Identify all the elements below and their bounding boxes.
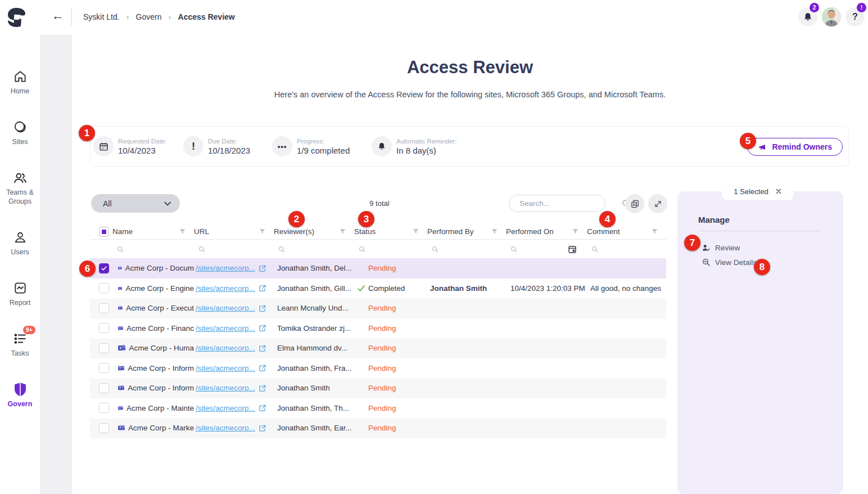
column-header-performed-on[interactable]: Performed On (506, 224, 587, 239)
view-details-action[interactable]: View Details (702, 258, 757, 267)
ms-teams-icon: T (118, 343, 125, 353)
column-header-comment[interactable]: Comment (587, 224, 666, 239)
review-action[interactable]: Review (702, 244, 740, 252)
govern-shield-icon (12, 381, 28, 397)
search-input[interactable] (509, 199, 621, 208)
ms-teams-icon: T (118, 324, 123, 333)
annotation-marker-3: 3 (358, 211, 374, 227)
site-url-link[interactable]: /sites/acmecorp... (196, 344, 255, 352)
name-column-search[interactable] (112, 240, 194, 258)
row-checkbox[interactable] (99, 363, 109, 373)
table-row[interactable]: T Acme Corp - Docum /sites/acmecorp... J… (90, 258, 666, 279)
total-count-label: 9 total (354, 199, 405, 208)
row-checkbox[interactable] (99, 343, 109, 353)
external-link-icon[interactable] (259, 404, 266, 412)
table-row[interactable]: T Acme Corp - Huma /sites/acmecorp... El… (90, 338, 666, 358)
top-bar: ← Syskit Ltd. › Govern › Access Review 2… (0, 0, 868, 35)
table-row[interactable]: T Acme Corp - Marke /sites/acmecorp... J… (90, 418, 666, 438)
sidebar-item-report[interactable]: Report (0, 280, 40, 308)
topbar-divider (71, 8, 72, 26)
column-header-name[interactable]: Name (112, 224, 194, 239)
site-url-link[interactable]: /sites/acmecorp... (196, 284, 255, 293)
performed-on-column-search[interactable] (506, 240, 587, 258)
column-header-reviewers[interactable]: Reviewer(s) (274, 224, 354, 239)
sidebar-item-teams-groups[interactable]: Teams & Groups (0, 170, 40, 206)
external-link-icon[interactable] (259, 264, 266, 272)
table-row[interactable]: T Acme Corp - Mainte /sites/acmecorp... … (90, 398, 666, 419)
reviewers-column-search[interactable] (274, 240, 354, 258)
search-icon (278, 245, 286, 253)
performed-by: Jonathan Smith (430, 284, 487, 293)
row-checkbox[interactable] (99, 283, 109, 293)
ms-teams-icon: T (118, 423, 125, 433)
select-all-checkbox[interactable] (99, 227, 109, 237)
annotation-marker-1: 1 (79, 125, 95, 141)
performed-on: 10/4/2023 1:20:03 PM (510, 284, 585, 293)
site-url-link[interactable]: /sites/acmecorp... (196, 324, 255, 333)
chevron-right-icon: › (126, 12, 129, 21)
site-url-link[interactable]: /sites/acmecorp... (196, 384, 255, 392)
remind-owners-button[interactable]: Remind Owners (747, 138, 843, 156)
external-link-icon[interactable] (259, 364, 266, 372)
external-link-icon[interactable] (259, 424, 266, 432)
table-search[interactable] (509, 195, 605, 212)
external-link-icon[interactable] (259, 344, 266, 352)
external-link-icon[interactable] (259, 304, 266, 312)
breadcrumb: Syskit Ltd. › Govern › Access Review (83, 12, 235, 21)
date-picker-icon[interactable] (568, 245, 577, 254)
status-column-search[interactable] (354, 240, 427, 258)
row-checkbox[interactable] (99, 323, 109, 333)
report-icon (12, 280, 28, 296)
site-url-link[interactable]: /sites/acmecorp... (196, 364, 255, 372)
sidebar-item-govern[interactable]: Govern (0, 381, 40, 409)
reviewers: Jonathan Smith (277, 384, 330, 392)
back-button[interactable]: ← (52, 10, 64, 22)
sidebar-item-sites[interactable]: Sites (0, 119, 40, 147)
sidebar-item-users[interactable]: Users (0, 230, 40, 257)
table-row[interactable]: T Acme Corp - Engine /sites/acmecorp... … (90, 279, 666, 299)
syskit-logo-icon[interactable] (7, 7, 26, 30)
clear-selection-button[interactable] (775, 188, 782, 195)
site-url-link[interactable]: /sites/acmecorp... (196, 424, 255, 432)
home-icon (12, 69, 28, 84)
comment: All good, no changes (590, 284, 661, 293)
breadcrumb-current: Access Review (178, 12, 235, 21)
column-header-performed-by[interactable]: Performed By (427, 224, 506, 239)
external-link-icon[interactable] (259, 324, 266, 332)
comment-column-search[interactable] (587, 240, 666, 258)
question-mark-icon: ? (852, 12, 858, 22)
search-icon (116, 245, 124, 253)
site-url-link[interactable]: /sites/acmecorp... (196, 404, 255, 412)
row-checkbox[interactable] (99, 403, 109, 413)
status-badge: Pending (368, 344, 396, 352)
sidebar-item-home[interactable]: Home (0, 69, 40, 96)
table-row[interactable]: T Acme Corp - Inform /sites/acmecorp... … (90, 378, 666, 398)
site-url-link[interactable]: /sites/acmecorp... (196, 304, 255, 312)
performed-by-column-search[interactable] (427, 240, 506, 258)
sidebar-item-tasks[interactable]: 9+ Tasks (0, 331, 40, 358)
row-checkbox[interactable] (99, 383, 109, 393)
url-column-search[interactable] (194, 240, 274, 258)
breadcrumb-section[interactable]: Govern (136, 12, 162, 21)
user-avatar[interactable] (822, 7, 841, 26)
reviewers: Leann Mcnally Und... (277, 304, 349, 312)
reviewers: Jonathan Smith, Fra... (277, 364, 352, 372)
reviewers: Tomika Ostrander zj... (277, 324, 351, 333)
filter-icon (259, 228, 266, 235)
expand-table-button[interactable] (648, 194, 667, 213)
column-chooser-button[interactable] (625, 194, 644, 213)
column-header-url[interactable]: URL (194, 224, 274, 239)
row-checkbox[interactable] (99, 423, 109, 433)
breadcrumb-org[interactable]: Syskit Ltd. (83, 12, 120, 21)
table-row[interactable]: T Acme Corp - Financ /sites/acmecorp... … (90, 318, 666, 339)
site-url-link[interactable]: /sites/acmecorp... (196, 264, 255, 272)
table-row[interactable]: T Acme Corp - Execut /sites/acmecorp... … (90, 298, 666, 318)
external-link-icon[interactable] (259, 384, 266, 392)
table-row[interactable]: T Acme Corp - Inform /sites/acmecorp... … (90, 358, 666, 379)
row-checkbox[interactable] (99, 263, 109, 273)
row-checkbox[interactable] (99, 303, 109, 313)
external-link-icon[interactable] (259, 284, 266, 292)
ellipsis-icon: ••• (272, 136, 292, 156)
scope-filter-dropdown[interactable]: All (91, 194, 180, 213)
table-body: T Acme Corp - Docum /sites/acmecorp... J… (90, 258, 666, 438)
